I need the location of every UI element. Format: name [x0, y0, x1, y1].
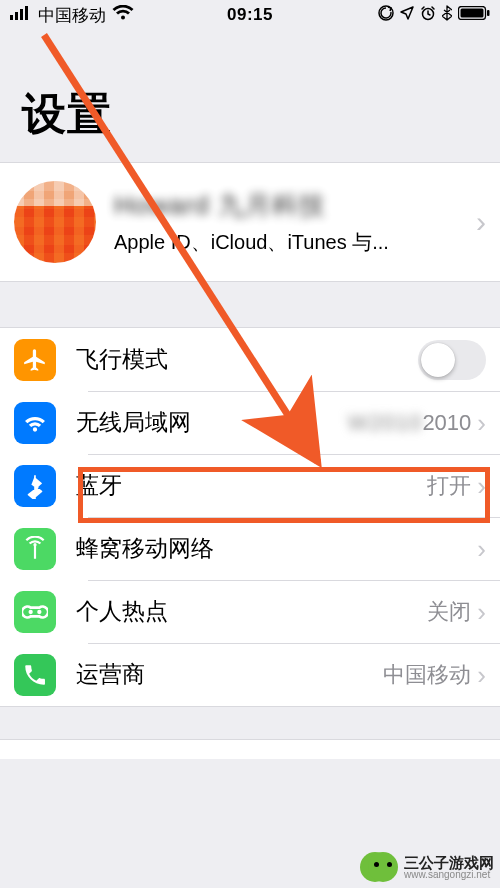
signal-icon: [10, 5, 32, 25]
bluetooth-row-icon: [14, 465, 56, 507]
apple-id-row[interactable]: Howard 九月科技 Apple ID、iCloud、iTunes 与... …: [0, 163, 500, 281]
hotspot-row[interactable]: 个人热点 关闭 ›: [0, 580, 500, 643]
carrier-label: 运营商: [76, 659, 383, 690]
airplane-mode-row[interactable]: 飞行模式: [0, 328, 500, 391]
chevron-right-icon: ›: [476, 205, 486, 239]
orientation-lock-icon: [378, 5, 394, 26]
svg-point-11: [37, 609, 41, 613]
bluetooth-row[interactable]: 蓝牙 打开 ›: [0, 454, 500, 517]
profile-group: Howard 九月科技 Apple ID、iCloud、iTunes 与... …: [0, 162, 500, 282]
status-bar: 中国移动 09:15: [0, 0, 500, 30]
airplane-label: 飞行模式: [76, 344, 418, 375]
watermark: 三公子游戏网 www.sangongzi.net: [368, 852, 494, 882]
bluetooth-value: 打开: [427, 471, 471, 501]
carrier-label: 中国移动: [38, 4, 106, 27]
cellular-icon: [14, 528, 56, 570]
hotspot-label: 个人热点: [76, 596, 427, 627]
chevron-right-icon: ›: [477, 662, 486, 688]
airplane-toggle[interactable]: [418, 340, 486, 380]
clock: 09:15: [227, 5, 273, 25]
watermark-logo: [368, 852, 398, 882]
svg-rect-1: [15, 12, 18, 20]
wifi-label: 无线局域网: [76, 407, 348, 438]
svg-rect-0: [10, 15, 13, 20]
watermark-title: 三公子游戏网: [404, 855, 494, 870]
connectivity-group: 飞行模式 无线局域网 W20102010 › 蓝牙 打开 › 蜂窝移动网络 ›: [0, 327, 500, 707]
hotspot-value: 关闭: [427, 597, 471, 627]
bluetooth-label: 蓝牙: [76, 470, 427, 501]
profile-subtitle: Apple ID、iCloud、iTunes 与...: [114, 229, 476, 256]
wifi-value-blur: W2010: [348, 410, 423, 435]
carrier-value: 中国移动: [383, 660, 471, 690]
avatar: [14, 181, 96, 263]
status-right: [378, 5, 490, 26]
airplane-icon: [14, 339, 56, 381]
bluetooth-icon: [442, 5, 452, 26]
wifi-value: 2010: [422, 410, 471, 435]
svg-point-9: [33, 543, 36, 546]
watermark-url: www.sangongzi.net: [404, 870, 494, 880]
wifi-row[interactable]: 无线局域网 W20102010 ›: [0, 391, 500, 454]
wifi-row-icon: [14, 402, 56, 444]
svg-rect-8: [487, 10, 490, 16]
svg-point-10: [29, 609, 33, 613]
page-header: 设置: [0, 30, 500, 162]
page-title: 设置: [22, 85, 478, 144]
hotspot-icon: [14, 591, 56, 633]
chevron-right-icon: ›: [477, 410, 486, 436]
chevron-right-icon: ›: [477, 473, 486, 499]
carrier-row[interactable]: 运营商 中国移动 ›: [0, 643, 500, 706]
profile-name: Howard 九月科技: [114, 188, 476, 223]
svg-rect-2: [20, 9, 23, 20]
chevron-right-icon: ›: [477, 536, 486, 562]
next-group-peek: [0, 739, 500, 759]
svg-rect-3: [25, 6, 28, 20]
battery-icon: [458, 5, 490, 25]
alarm-icon: [420, 5, 436, 26]
wifi-icon: [112, 5, 134, 26]
chevron-right-icon: ›: [477, 599, 486, 625]
cellular-row[interactable]: 蜂窝移动网络 ›: [0, 517, 500, 580]
status-left: 中国移动: [10, 4, 134, 27]
svg-rect-7: [461, 9, 484, 18]
location-icon: [400, 5, 414, 25]
carrier-icon: [14, 654, 56, 696]
cellular-label: 蜂窝移动网络: [76, 533, 477, 564]
